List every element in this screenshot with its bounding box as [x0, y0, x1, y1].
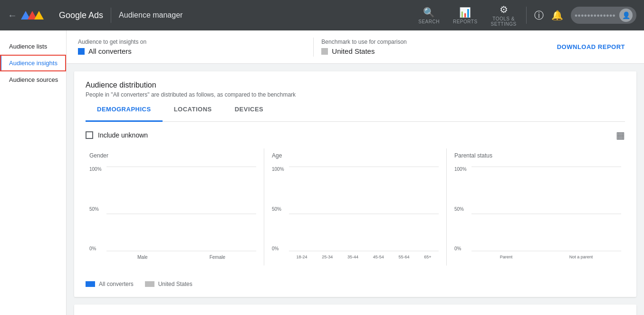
search-label: SEARCH: [418, 19, 440, 24]
x-label-2534: 25-34: [322, 255, 333, 259]
checkbox-box: [86, 131, 93, 139]
y-label-50: 50%: [454, 207, 469, 212]
gender-chart-wrapper: 100% 50% 0%: [89, 167, 256, 262]
y-label-100: 100%: [272, 167, 286, 172]
relevant-audiences-card: Relevant audiences People in this remark…: [74, 305, 636, 315]
audience-name-row: All converters: [78, 47, 146, 55]
x-label-5564: 55-64: [399, 255, 410, 259]
x-label-parent: Parent: [500, 255, 513, 259]
header-bar: Audience to get insights on All converte…: [67, 30, 644, 64]
card-header: Audience distribution People in "All con…: [74, 71, 636, 98]
audience-color-swatch: [78, 48, 85, 55]
x-label-3544: 35-44: [347, 255, 358, 259]
reports-icon: 📊: [459, 7, 471, 18]
audience-section: Audience to get insights on All converte…: [78, 39, 306, 55]
benchmark-inner: Benchmark to use for comparison United S…: [321, 39, 406, 55]
tools-icon: ⚙: [500, 4, 508, 15]
audience-label: Audience to get insights on: [78, 39, 146, 45]
age-chart-title: Age: [272, 152, 439, 159]
top-navigation: ← Google Ads Audience manager 🔍 SEARCH 📊…: [0, 0, 644, 30]
benchmark-color-swatch: [321, 48, 328, 55]
help-button[interactable]: ⓘ: [534, 9, 544, 22]
parental-chart-wrapper: 100% 50% 0%: [454, 167, 621, 262]
download-report-button[interactable]: DOWNLOAD REPORT: [549, 39, 633, 54]
tab-devices[interactable]: DEVICES: [223, 98, 275, 122]
y-label-50: 50%: [272, 207, 286, 212]
search-nav-button[interactable]: 🔍 SEARCH: [413, 5, 445, 26]
google-logo: [21, 11, 49, 20]
page-title: Audience manager: [119, 11, 413, 20]
account-switcher[interactable]: ●●●●●●●●●●●●● 👤: [571, 7, 636, 24]
filter-row: Include unknown ▦: [74, 122, 636, 148]
legend-all-converters: All converters: [86, 281, 134, 287]
parental-bars: [471, 167, 621, 251]
y-label-0: 0%: [89, 246, 104, 251]
nav-icons: 🔍 SEARCH 📊 REPORTS ⚙ TOOLS & SETTINGS: [413, 2, 522, 29]
main-layout: Audience lists Audience insights Audienc…: [0, 30, 644, 315]
nav-right-divider: [526, 7, 527, 24]
sidebar-item-audience-sources[interactable]: Audience sources: [0, 71, 66, 88]
account-name: ●●●●●●●●●●●●●: [575, 12, 615, 18]
age-bars: [289, 167, 439, 251]
legend-all-converters-label: All converters: [99, 281, 134, 287]
reports-nav-button[interactable]: 📊 REPORTS: [447, 5, 483, 26]
include-unknown-checkbox[interactable]: Include unknown: [86, 131, 148, 139]
y-label-100: 100%: [454, 167, 469, 172]
gender-x-axis: Male Female: [106, 252, 256, 262]
x-label-notparent: Not a parent: [569, 255, 593, 259]
checkbox-label: Include unknown: [98, 131, 148, 139]
audience-distribution-card: Audience distribution People in "All con…: [74, 71, 636, 297]
legend-united-states: United States: [145, 281, 192, 287]
gender-chart-title: Gender: [89, 152, 256, 159]
tab-demographics[interactable]: DEMOGRAPHICS: [86, 98, 163, 122]
x-label-4554: 45-54: [373, 255, 384, 259]
gender-y-axis: 100% 50% 0%: [89, 167, 104, 251]
table-view-icon[interactable]: ▦: [616, 129, 625, 141]
audience-inner: Audience to get insights on All converte…: [78, 39, 146, 55]
gender-chart-section: Gender 100% 50% 0%: [82, 148, 264, 266]
charts-area: Gender 100% 50% 0%: [74, 148, 636, 275]
age-chart-section: Age 100% 50% 0%: [264, 148, 447, 266]
sidebar-item-audience-lists[interactable]: Audience lists: [0, 38, 66, 55]
benchmark-label: Benchmark to use for comparison: [321, 39, 406, 45]
benchmark-name-row: United States: [321, 47, 406, 55]
y-label-50: 50%: [89, 207, 104, 212]
tools-label: TOOLS & SETTINGS: [491, 16, 517, 27]
age-chart-wrapper: 100% 50% 0%: [272, 167, 439, 262]
parental-chart-section: Parental status 100% 50% 0%: [447, 148, 629, 266]
card-subtitle: People in "All converters" are distribut…: [86, 91, 625, 98]
benchmark-section: Benchmark to use for comparison United S…: [321, 39, 549, 55]
age-y-axis: 100% 50% 0%: [272, 167, 286, 251]
x-label-female: Female: [210, 255, 225, 260]
notification-button[interactable]: 🔔: [551, 10, 563, 21]
audience-name: All converters: [88, 47, 132, 55]
app-name: Google Ads: [59, 10, 103, 20]
nav-divider: [111, 8, 111, 23]
chart-legend: All converters United States: [74, 275, 636, 297]
sidebar-item-audience-insights[interactable]: Audience insights: [0, 55, 66, 71]
age-x-axis: 18-24 25-34 35-44 45-54 55-64 65+: [289, 252, 439, 262]
y-label-100: 100%: [89, 167, 104, 172]
search-icon: 🔍: [423, 7, 435, 18]
x-label-65plus: 65+: [424, 255, 431, 259]
main-content: Audience to get insights on All converte…: [67, 30, 644, 315]
avatar: 👤: [619, 9, 633, 22]
tabs-row: DEMOGRAPHICS LOCATIONS DEVICES: [86, 98, 625, 122]
legend-united-states-label: United States: [158, 281, 192, 287]
reports-label: REPORTS: [453, 19, 478, 24]
parental-chart-title: Parental status: [454, 152, 621, 159]
legend-gray-swatch: [145, 281, 154, 287]
sidebar: Audience lists Audience insights Audienc…: [0, 30, 67, 315]
back-button[interactable]: ←: [8, 10, 17, 21]
card-title: Audience distribution: [86, 81, 625, 89]
tools-nav-button[interactable]: ⚙ TOOLS & SETTINGS: [485, 2, 522, 29]
parental-x-axis: Parent Not a parent: [471, 252, 621, 262]
nav-right-section: ⓘ 🔔 ●●●●●●●●●●●●● 👤: [534, 7, 636, 24]
y-label-0: 0%: [272, 246, 286, 251]
tab-locations[interactable]: LOCATIONS: [163, 98, 223, 122]
benchmark-name: United States: [332, 47, 375, 55]
gender-bars: [106, 167, 256, 251]
parental-y-axis: 100% 50% 0%: [454, 167, 469, 251]
legend-blue-swatch: [86, 281, 95, 287]
x-label-male: Male: [137, 255, 148, 260]
